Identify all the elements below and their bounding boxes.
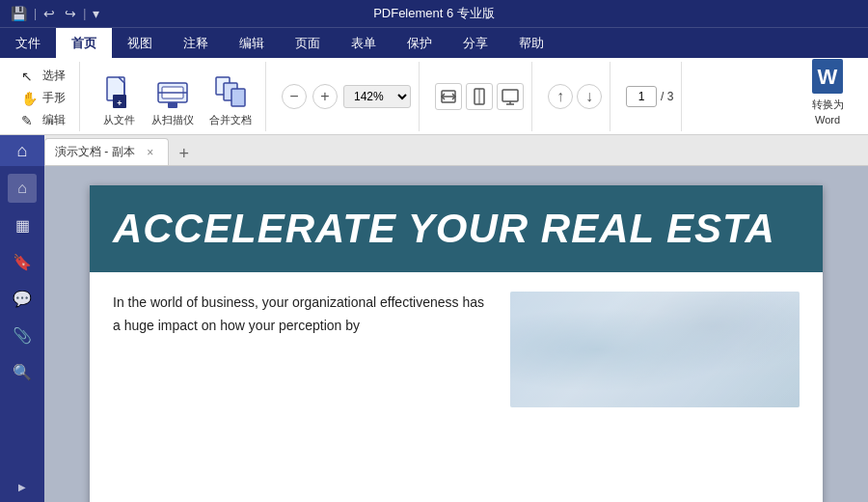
word-icon: W	[810, 57, 845, 96]
pdf-map-image	[510, 292, 800, 407]
map-overlay	[510, 292, 800, 407]
pdf-header-banner: ACCELERATE YOUR REAL ESTA	[90, 185, 823, 272]
from-file-label: 从文件	[103, 114, 135, 126]
convert-label-line2: Word	[815, 114, 840, 126]
page-updown-group: ↑ ↓	[540, 62, 610, 131]
menu-form[interactable]: 表单	[336, 28, 392, 58]
select-tools: ↖ 选择 ✋ 手形 ✎ 编辑	[15, 66, 71, 131]
svg-text:+: +	[117, 98, 122, 108]
convert-label-line1: 转换为	[812, 98, 844, 112]
hand-tool-button[interactable]: ✋ 手形	[15, 88, 71, 108]
home-icon: ⌂	[17, 141, 28, 161]
presentation-button[interactable]	[497, 83, 524, 110]
page-separator: / 3	[661, 90, 673, 103]
content-area: ACCELERATE YOUR REAL ESTA In the world o…	[44, 166, 868, 502]
zoom-select[interactable]: 142% 50% 75% 100% 125% 150% 200%	[343, 85, 411, 108]
convert-group: W 转换为 Word	[795, 62, 860, 131]
tab-close-button[interactable]: ×	[143, 145, 158, 160]
menu-bar: 文件 首页 视图 注释 编辑 页面 表单 保护 分享 帮助	[0, 27, 868, 58]
pdf-body: In the world of business, your organizat…	[90, 272, 823, 427]
merge-icon	[213, 73, 248, 112]
redo-button[interactable]: ↪	[62, 5, 79, 22]
ribbon-select-group: ↖ 选择 ✋ 手形 ✎ 编辑	[8, 62, 80, 131]
zoom-in-button[interactable]: +	[312, 84, 338, 109]
select-icon: ↖	[21, 69, 39, 84]
edit-icon: ✎	[21, 113, 39, 128]
menu-home[interactable]: 首页	[56, 28, 112, 58]
page-input-group: / 3	[618, 62, 682, 131]
fit-width-button[interactable]	[435, 83, 462, 110]
fit-page-button[interactable]	[466, 83, 493, 110]
sidebar-item-home[interactable]: ⌂	[8, 174, 37, 203]
svg-text:W: W	[818, 65, 838, 89]
sidebar-item-attachments[interactable]: 📎	[8, 321, 37, 349]
ribbon-create-group: + 从文件 从扫描仪	[88, 62, 266, 131]
ribbon: ↖ 选择 ✋ 手形 ✎ 编辑 + 从文件	[0, 58, 868, 135]
sidebar-item-bookmarks[interactable]: 🔖	[8, 247, 37, 276]
title-bar-left: 💾 | ↩ ↪ | ▾	[8, 5, 102, 22]
edit-tool-button[interactable]: ✎ 编辑	[15, 110, 71, 130]
hand-icon: ✋	[21, 91, 39, 106]
sidebar-item-thumbnails[interactable]: ▦	[8, 210, 37, 239]
from-scanner-label: 从扫描仪	[151, 114, 194, 126]
doc-tab[interactable]: 演示文档 - 副本 ×	[44, 138, 169, 165]
sidebar-expand-button[interactable]: ▶	[14, 479, 30, 494]
menu-protect[interactable]: 保护	[392, 28, 448, 58]
tab-bar-container: ⌂ 演示文档 - 副本 × +	[0, 135, 868, 166]
main-area: ⌂ ▦ 🔖 💬 📎 🔍 ▶ ACCELERATE YOUR REAL ESTA …	[0, 166, 868, 502]
undo-button[interactable]: ↩	[41, 5, 58, 22]
from-scanner-button[interactable]: 从扫描仪	[146, 66, 200, 131]
from-file-button[interactable]: + 从文件	[95, 66, 142, 131]
zoom-group: − + 142% 50% 75% 100% 125% 150% 200%	[274, 62, 420, 131]
select-label: 选择	[42, 68, 66, 84]
svg-rect-14	[502, 90, 518, 101]
page-nav-group	[427, 62, 532, 131]
from-file-icon: +	[101, 73, 136, 112]
svg-rect-9	[231, 89, 245, 106]
from-scanner-icon	[155, 73, 190, 112]
merge-label: 合并文档	[209, 114, 252, 126]
edit-label: 编辑	[42, 112, 66, 128]
page-down-button[interactable]: ↓	[577, 84, 602, 109]
convert-to-word-button[interactable]: W 转换为 Word	[802, 64, 853, 129]
save-button[interactable]: 💾	[8, 5, 30, 22]
pdf-body-text: In the world of business, your organizat…	[113, 292, 491, 338]
pdf-page: ACCELERATE YOUR REAL ESTA In the world o…	[90, 185, 823, 502]
add-tab-button[interactable]: +	[173, 142, 196, 165]
menu-help[interactable]: 帮助	[503, 28, 559, 58]
menu-edit[interactable]: 编辑	[224, 28, 280, 58]
pdf-header-text: ACCELERATE YOUR REAL ESTA	[113, 206, 775, 252]
app-title: PDFelement 6 专业版	[373, 5, 495, 22]
hand-label: 手形	[42, 90, 66, 106]
svg-rect-6	[168, 102, 177, 108]
menu-comment[interactable]: 注释	[168, 28, 224, 58]
left-sidebar: ⌂ ▦ 🔖 💬 📎 🔍 ▶	[0, 166, 44, 502]
doc-tab-label: 演示文档 - 副本	[55, 144, 135, 160]
menu-page[interactable]: 页面	[280, 28, 336, 58]
menu-share[interactable]: 分享	[448, 28, 503, 58]
page-number-input[interactable]	[626, 86, 657, 107]
zoom-out-button[interactable]: −	[282, 84, 307, 109]
tab-bar: ⌂ 演示文档 - 副本 × +	[0, 135, 868, 166]
sidebar-item-search[interactable]: 🔍	[8, 357, 37, 386]
menu-file[interactable]: 文件	[0, 28, 56, 58]
sidebar-item-comments[interactable]: 💬	[8, 284, 37, 313]
menu-view[interactable]: 视图	[112, 28, 168, 58]
customize-button[interactable]: ▾	[90, 5, 102, 22]
select-tool-button[interactable]: ↖ 选择	[15, 66, 71, 86]
page-up-button[interactable]: ↑	[548, 84, 573, 109]
merge-button[interactable]: 合并文档	[203, 66, 258, 131]
pdf-text-column: In the world of business, your organizat…	[113, 292, 491, 407]
title-bar: 💾 | ↩ ↪ | ▾ PDFelement 6 专业版	[0, 0, 868, 27]
home-tab-icon[interactable]: ⌂	[0, 135, 44, 166]
